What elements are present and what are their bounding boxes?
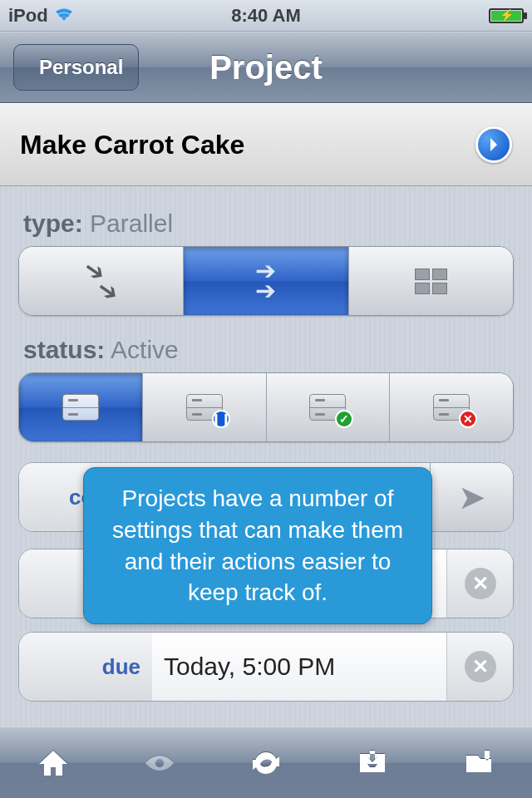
- bottom-toolbar: [0, 727, 532, 798]
- type-segmented-control: ➔ ➔ ➔➔: [18, 246, 514, 316]
- inbox-icon: [355, 746, 390, 781]
- status-segmented-control: ❙❙ ✓ ✕: [18, 372, 514, 442]
- clear-due-button[interactable]: ✕: [446, 633, 513, 701]
- toolbar-move-button[interactable]: [456, 740, 502, 786]
- check-badge-icon: ✓: [335, 410, 353, 428]
- clock: 8:40 AM: [0, 5, 532, 27]
- detail-disclosure-button[interactable]: [475, 126, 512, 163]
- move-to-icon: [461, 746, 496, 781]
- hint-tooltip[interactable]: Projects have a number of settings that …: [83, 467, 432, 624]
- status-bar: iPod 8:40 AM ⚡: [0, 0, 532, 32]
- toolbar-sync-button[interactable]: [243, 740, 289, 786]
- type-label: type: Parallel: [23, 209, 514, 238]
- due-value[interactable]: Today, 5:00 PM: [152, 633, 446, 701]
- clear-icon: ✕: [465, 568, 496, 599]
- status-option-dropped[interactable]: ✕: [390, 373, 513, 441]
- page-title: Project: [0, 49, 532, 86]
- nav-bar: Personal Project: [0, 32, 532, 103]
- device-label: iPod: [8, 5, 48, 27]
- sequential-icon: ➔ ➔: [91, 267, 111, 298]
- status-option-active[interactable]: [19, 373, 143, 441]
- home-icon: [36, 746, 71, 781]
- type-option-sequential[interactable]: ➔ ➔: [19, 247, 184, 315]
- chevron-right-icon: [485, 136, 502, 153]
- type-option-single-actions[interactable]: [349, 247, 513, 315]
- eye-icon: [142, 746, 177, 781]
- x-badge-icon: ✕: [459, 410, 477, 428]
- single-actions-icon: [415, 268, 447, 294]
- toolbar-home-button[interactable]: [30, 740, 76, 786]
- status-option-on-hold[interactable]: ❙❙: [143, 373, 267, 441]
- drawer-icon: ✓: [309, 394, 346, 421]
- sync-icon: [249, 746, 283, 781]
- due-label: due: [19, 633, 152, 701]
- status-option-completed[interactable]: ✓: [267, 373, 391, 441]
- context-go-button[interactable]: ➤: [430, 463, 513, 531]
- drawer-icon: [62, 394, 99, 421]
- project-name: Make Carrot Cake: [20, 130, 244, 160]
- arrow-right-icon: ➤: [458, 487, 486, 507]
- project-title-row[interactable]: Make Carrot Cake: [0, 103, 532, 186]
- toolbar-inbox-button[interactable]: [349, 740, 396, 786]
- status-label: status: Active: [23, 336, 514, 364]
- due-date-row: due Today, 5:00 PM ✕: [18, 632, 514, 702]
- clear-start-button[interactable]: ✕: [446, 549, 513, 618]
- wifi-icon: [53, 4, 75, 27]
- parallel-icon: ➔➔: [255, 264, 276, 298]
- drawer-icon: ✕: [433, 394, 470, 421]
- type-option-parallel[interactable]: ➔➔: [184, 247, 348, 315]
- drawer-icon: ❙❙: [186, 394, 223, 421]
- toolbar-view-button[interactable]: [136, 740, 183, 786]
- battery-icon: ⚡: [489, 8, 524, 23]
- pause-badge-icon: ❙❙: [212, 410, 230, 428]
- clear-icon: ✕: [465, 651, 496, 682]
